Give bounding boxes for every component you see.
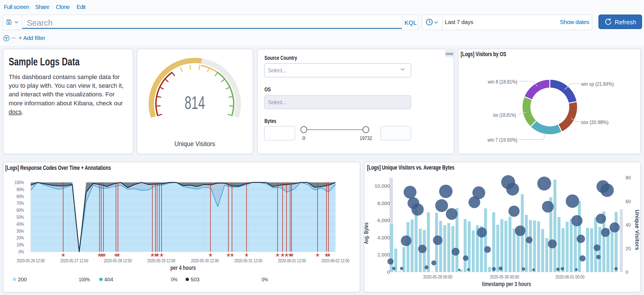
svg-text:2020-05-30 00:00: 2020-05-30 00:00 — [490, 274, 519, 280]
svg-text:2020-05-31 12:00: 2020-05-31 12:00 — [235, 258, 262, 263]
svg-text:50%: 50% — [16, 215, 24, 220]
svg-text:0: 0 — [626, 270, 628, 275]
svg-text:2,000: 2,000 — [377, 252, 390, 258]
svg-text:4,000: 4,000 — [377, 235, 390, 241]
svg-text:2020-05-28 12:00: 2020-05-28 12:00 — [104, 258, 132, 263]
svg-text:2020-05-29 12:00: 2020-05-29 12:00 — [147, 258, 175, 263]
svg-text:20%: 20% — [16, 235, 24, 241]
svg-text:0%: 0% — [18, 249, 24, 254]
svg-text:2020-06-01 12:00: 2020-06-01 12:00 — [278, 258, 306, 263]
svg-text:per 4 hours: per 4 hours — [171, 264, 196, 271]
svg-text:0%: 0% — [171, 277, 177, 282]
svg-text:90%: 90% — [16, 187, 24, 192]
svg-text:Unique Visitors: Unique Visitors — [174, 140, 215, 148]
svg-text:100%: 100% — [79, 277, 90, 282]
svg-text:0: 0 — [387, 270, 390, 275]
svg-text:200: 200 — [18, 277, 27, 282]
svg-text:win 7 (19.55%): win 7 (19.55%) — [487, 137, 517, 143]
svg-text:*: * — [316, 251, 319, 262]
svg-text:Unique Visitors: Unique Visitors — [634, 210, 640, 250]
svg-text:*: * — [226, 251, 230, 262]
svg-text:10,000: 10,000 — [375, 184, 390, 189]
svg-text:timestamp per 3 hours: timestamp per 3 hours — [482, 280, 531, 287]
svg-text:814: 814 — [185, 93, 205, 113]
svg-text:40: 40 — [626, 222, 631, 228]
svg-text:2020-06-01 00:00: 2020-06-01 00:00 — [555, 274, 584, 280]
svg-text:10%: 10% — [16, 242, 24, 248]
svg-text:30%: 30% — [16, 229, 24, 234]
svg-text:6,000: 6,000 — [377, 218, 390, 223]
svg-text:win xp (21.84%): win xp (21.84%) — [581, 81, 614, 87]
svg-text:404: 404 — [104, 277, 113, 282]
svg-text:*: * — [230, 251, 234, 262]
svg-text:osx (20.98%): osx (20.98%) — [581, 119, 609, 125]
svg-text:20: 20 — [626, 246, 631, 251]
svg-text:2020-05-30 12:00: 2020-05-30 12:00 — [191, 258, 219, 263]
svg-text:60%: 60% — [16, 208, 24, 213]
svg-text:19732: 19732 — [360, 135, 372, 141]
svg-text:80: 80 — [626, 175, 631, 180]
svg-text:0%: 0% — [262, 277, 268, 282]
svg-text:60: 60 — [626, 199, 631, 204]
svg-text:80%: 80% — [16, 194, 24, 199]
svg-text:0: 0 — [302, 135, 306, 141]
svg-text:Avg. Bytes: Avg. Bytes — [364, 223, 369, 244]
svg-text:503: 503 — [191, 277, 200, 282]
svg-text:win 8 (18.81%): win 8 (18.81%) — [487, 79, 517, 85]
svg-text:40%: 40% — [16, 222, 24, 227]
svg-text:2020-06-02 12:00: 2020-06-02 12:00 — [321, 258, 349, 263]
svg-text:2020-05-26 12:00: 2020-05-26 12:00 — [17, 258, 45, 263]
svg-text:2020-05-28 00:00: 2020-05-28 00:00 — [423, 274, 452, 280]
svg-text:2020-05-27 12:00: 2020-05-27 12:00 — [60, 258, 88, 263]
svg-text:ios (18.81%): ios (18.81%) — [493, 112, 516, 118]
svg-text:8,000: 8,000 — [377, 201, 390, 206]
svg-text:100%: 100% — [15, 180, 24, 185]
svg-text:70%: 70% — [16, 201, 24, 206]
